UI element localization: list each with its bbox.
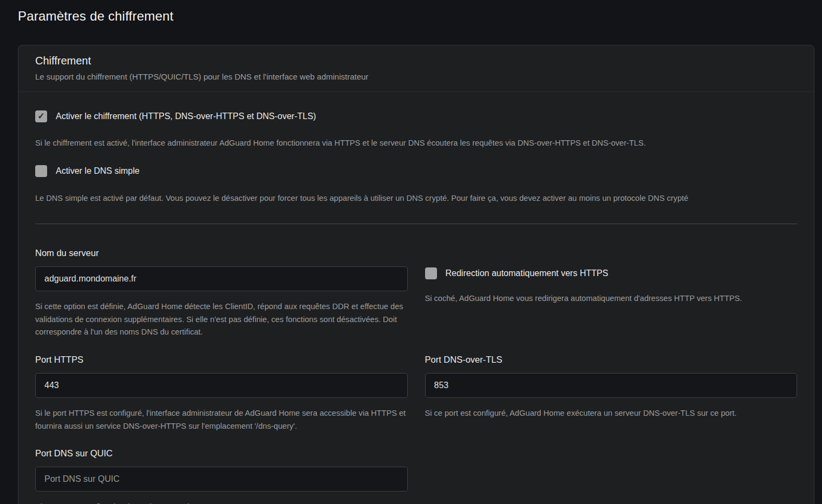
https-port-input[interactable]: [35, 373, 408, 398]
tls-port-label: Port DNS-over-TLS: [425, 354, 798, 365]
https-port-label: Port HTTPS: [35, 354, 408, 365]
form-grid: Nom du serveur Si cette option est défin…: [35, 247, 797, 504]
enable-plain-dns-desc: Le DNS simple est activé par défaut. Vou…: [35, 192, 797, 205]
enable-encryption-checkbox[interactable]: ✓: [35, 110, 47, 122]
server-name-label: Nom du serveur: [35, 247, 408, 259]
enable-encryption-label: Activer le chiffrement (HTTPS, DNS-over-…: [56, 110, 316, 122]
page-title: Paramètres de chiffrement: [18, 9, 822, 24]
card-body: ✓ Activer le chiffrement (HTTPS, DNS-ove…: [18, 92, 814, 504]
enable-plain-dns-checkbox-row[interactable]: ✓ Activer le DNS simple: [35, 165, 797, 177]
card-subtitle: Le support du chiffrement (HTTPS/QUIC/TL…: [35, 72, 797, 81]
https-port-desc: Si le port HTTPS est configuré, l'interf…: [35, 407, 408, 433]
redirect-https-checkbox[interactable]: ✓: [425, 267, 437, 279]
redirect-https-label: Redirection automatiquement vers HTTPS: [446, 267, 609, 279]
enable-plain-dns-checkbox[interactable]: ✓: [35, 165, 47, 177]
encryption-settings-page: Paramètres de chiffrement Chiffrement Le…: [0, 0, 822, 504]
tls-port-desc: Si ce port est configuré, AdGuard Home e…: [425, 407, 798, 420]
card-title: Chiffrement: [35, 55, 797, 67]
server-name-group: Nom du serveur Si cette option est défin…: [35, 247, 408, 339]
enable-plain-dns-label: Activer le DNS simple: [56, 165, 140, 177]
enable-encryption-desc: Si le chiffrement est activé, l'interfac…: [35, 137, 797, 150]
enable-encryption-checkbox-row[interactable]: ✓ Activer le chiffrement (HTTPS, DNS-ove…: [35, 110, 797, 122]
redirect-https-desc: Si coché, AdGuard Home vous redirigera a…: [425, 292, 798, 305]
encryption-card: Chiffrement Le support du chiffrement (H…: [18, 45, 814, 504]
redirect-https-checkbox-row[interactable]: ✓ Redirection automatiquement vers HTTPS: [425, 267, 798, 279]
section-divider: [35, 224, 797, 224]
quic-port-desc: Si ce port est configuré, AdGuard Home e…: [35, 501, 408, 504]
server-name-desc: Si cette option est définie, AdGuard Hom…: [35, 300, 408, 339]
https-port-group: Port HTTPS Si le port HTTPS est configur…: [35, 354, 408, 433]
card-header: Chiffrement Le support du chiffrement (H…: [18, 45, 814, 92]
tls-port-group: Port DNS-over-TLS Si ce port est configu…: [425, 354, 798, 420]
tls-port-input[interactable]: [425, 373, 798, 398]
quic-port-input[interactable]: [35, 467, 408, 492]
checkmark-icon: ✓: [37, 112, 44, 121]
redirect-https-group: ✓ Redirection automatiquement vers HTTPS…: [425, 267, 798, 305]
quic-port-label: Port DNS sur QUIC: [35, 447, 408, 459]
quic-port-group: Port DNS sur QUIC Si ce port est configu…: [35, 447, 408, 504]
server-name-input[interactable]: [35, 266, 408, 291]
